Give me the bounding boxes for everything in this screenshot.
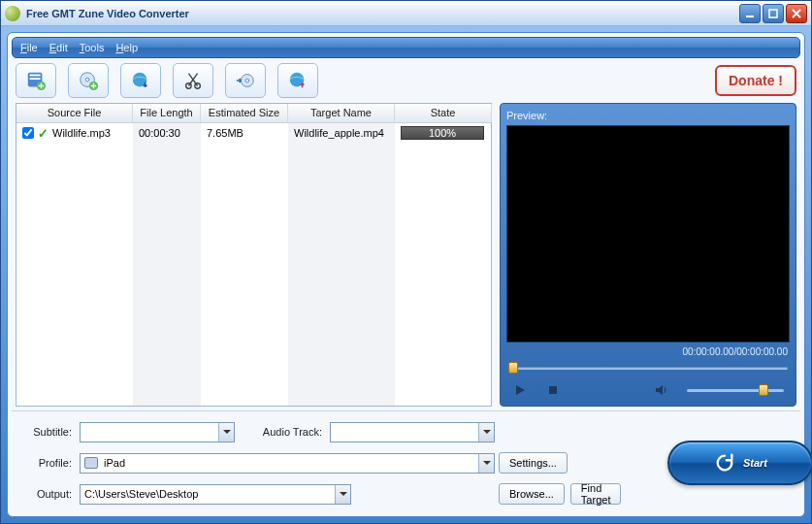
preview-label: Preview: [506, 110, 790, 121]
chevron-down-icon[interactable] [335, 485, 350, 504]
refresh-icon [714, 452, 735, 474]
profile-label: Profile: [17, 457, 76, 469]
convert-to-disc-button[interactable] [225, 63, 266, 98]
menu-tools[interactable]: Tools [80, 42, 105, 53]
play-button[interactable] [512, 382, 528, 398]
svg-rect-4 [30, 78, 41, 80]
cut-button[interactable] [173, 63, 213, 98]
preview-screen [506, 125, 790, 343]
col-target[interactable]: Target Name [288, 104, 395, 122]
file-list-body[interactable]: ✓ Wildlife.mp3 00:00:30 7.65MB Wildlife_… [16, 123, 491, 406]
volume-thumb[interactable] [759, 384, 768, 396]
download-button[interactable] [120, 63, 161, 98]
browse-button[interactable]: Browse... [499, 483, 565, 505]
cell-source: Wildlife.mp3 [52, 127, 111, 139]
chevron-down-icon[interactable] [218, 423, 234, 442]
svg-point-7 [85, 78, 89, 82]
menu-help[interactable]: Help [115, 42, 138, 53]
add-disc-button[interactable] [68, 63, 109, 98]
window-title: Free GMT Zune Video Converter [26, 8, 189, 19]
volume-icon[interactable] [654, 382, 669, 398]
preview-controls [506, 378, 790, 400]
volume-slider[interactable] [687, 386, 784, 394]
menu-edit[interactable]: Edit [49, 42, 68, 53]
seek-thumb[interactable] [508, 362, 518, 374]
col-size[interactable]: Estimated Size [201, 104, 288, 122]
donate-button[interactable]: Donate ! [715, 65, 796, 96]
maximize-button[interactable] [763, 4, 784, 23]
minimize-button[interactable] [739, 4, 761, 23]
seek-slider[interactable] [508, 363, 788, 373]
svg-rect-0 [746, 16, 754, 17]
chevron-down-icon[interactable] [478, 454, 494, 473]
svg-rect-15 [549, 386, 557, 394]
profile-combo[interactable]: iPad [80, 453, 495, 474]
file-row[interactable]: ✓ Wildlife.mp3 00:00:30 7.65MB Wildlife_… [16, 123, 491, 143]
toolbar: Donate ! [12, 58, 800, 103]
audiotrack-combo[interactable] [330, 422, 495, 442]
check-icon: ✓ [38, 126, 49, 141]
start-button[interactable]: Start [667, 441, 812, 485]
close-button[interactable] [786, 4, 807, 23]
output-value: C:\Users\Steve\Desktop [84, 488, 198, 500]
cell-state: 100% [429, 127, 456, 139]
row-checkbox[interactable] [22, 127, 34, 139]
chevron-down-icon[interactable] [478, 423, 494, 442]
stop-button[interactable] [545, 382, 561, 398]
output-combo[interactable]: C:\Users\Steve\Desktop [80, 484, 351, 505]
settings-button[interactable]: Settings... [499, 452, 568, 474]
cell-target: Wildlife_apple.mp4 [288, 127, 395, 139]
upload-web-button[interactable] [277, 63, 318, 98]
progress-bar: 100% [401, 126, 484, 140]
ipad-icon [84, 457, 98, 469]
profile-value: iPad [104, 457, 125, 469]
find-target-button[interactable]: Find Target [570, 483, 622, 505]
preview-pane: Preview: 00:00:00.00/00:00:00.00 [500, 103, 796, 407]
cell-size: 7.65MB [201, 127, 288, 139]
svg-rect-1 [769, 10, 777, 17]
subtitle-label: Subtitle: [17, 426, 76, 438]
col-length[interactable]: File Length [133, 104, 201, 122]
output-label: Output: [17, 488, 76, 500]
bottom-panel: Subtitle: Audio Track: Profile: iPad Set… [12, 410, 800, 508]
svg-point-13 [245, 79, 249, 82]
preview-time: 00:00:00.00/00:00:00.00 [506, 343, 790, 363]
app-icon [5, 6, 20, 21]
file-list-header: Source File File Length Estimated Size T… [16, 104, 491, 123]
audiotrack-label: Audio Track: [239, 426, 326, 438]
title-bar: Free GMT Zune Video Converter [1, 1, 811, 26]
menu-bar: File Edit Tools Help [12, 37, 800, 58]
col-state[interactable]: State [395, 104, 492, 122]
menu-file[interactable]: File [20, 42, 38, 53]
file-list: Source File File Length Estimated Size T… [16, 103, 492, 407]
add-file-button[interactable] [16, 63, 56, 98]
start-label: Start [743, 457, 767, 469]
svg-rect-3 [30, 75, 41, 77]
cell-length: 00:00:30 [133, 127, 201, 139]
subtitle-combo[interactable] [80, 422, 235, 442]
col-source[interactable]: Source File [16, 104, 133, 122]
